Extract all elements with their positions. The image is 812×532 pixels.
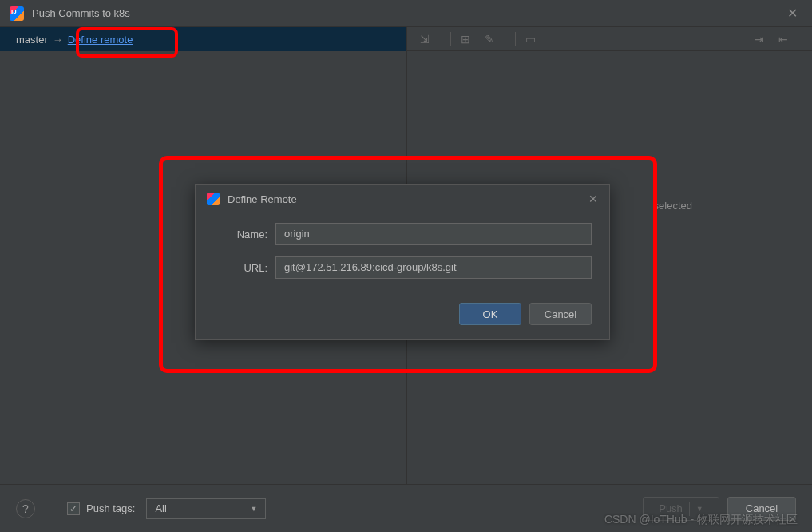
define-remote-link[interactable]: Define remote <box>68 34 133 46</box>
expand-icon[interactable]: ⇲ <box>418 33 431 46</box>
name-input[interactable]: origin <box>275 223 592 245</box>
intellij-icon <box>207 193 220 205</box>
push-tags-label: Push tags: <box>86 502 135 514</box>
group-icon[interactable]: ⊞ <box>459 33 472 46</box>
url-label: URL: <box>213 262 267 274</box>
dialog-body: Name: origin URL: git@172.51.216.89:cicd… <box>196 213 609 295</box>
name-row: Name: origin <box>213 223 592 245</box>
dialog-footer: OK Cancel <box>196 295 609 339</box>
push-button[interactable]: Push ▼ <box>643 497 719 521</box>
push-label: Push <box>659 502 683 514</box>
dialog-header: Define Remote ✕ <box>196 185 609 213</box>
close-icon[interactable]: ✕ <box>588 193 598 205</box>
close-icon[interactable]: ✕ <box>782 6 802 21</box>
bottom-bar: ? ✓ Push tags: All ▼ Push ▼ Cancel <box>0 484 812 532</box>
cancel-button[interactable]: Cancel <box>529 303 592 325</box>
collapse-all-icon[interactable]: ⇥ <box>753 33 766 46</box>
dialog-title: Define Remote <box>228 193 588 205</box>
chevron-down-icon: ▼ <box>251 505 258 513</box>
branch-row[interactable]: master → Define remote <box>0 27 406 51</box>
dropdown-value: All <box>155 502 166 514</box>
diff-toolbar: ⇲ ⊞ ✎ ▭ ⇥ ⇤ <box>407 27 812 51</box>
help-button[interactable]: ? <box>16 499 35 518</box>
separator <box>450 32 451 46</box>
push-tags-checkbox[interactable]: ✓ <box>67 502 80 515</box>
url-row: URL: git@172.51.216.89:cicd-group/k8s.gi… <box>213 256 592 279</box>
title-bar: Push Commits to k8s ✕ <box>0 0 812 27</box>
selection-placeholder: selected <box>654 200 692 212</box>
preview-icon[interactable]: ▭ <box>524 33 537 46</box>
window-title: Push Commits to k8s <box>32 7 782 19</box>
separator <box>689 502 690 516</box>
intellij-icon <box>10 6 24 21</box>
push-tags-dropdown[interactable]: All ▼ <box>146 498 266 519</box>
cancel-button[interactable]: Cancel <box>727 497 796 521</box>
expand-all-icon[interactable]: ⇤ <box>777 33 790 46</box>
push-tags-checkbox-wrap[interactable]: ✓ Push tags: <box>67 502 135 515</box>
define-remote-dialog: Define Remote ✕ Name: origin URL: git@17… <box>195 184 610 340</box>
ok-button[interactable]: OK <box>459 303 521 325</box>
edit-icon[interactable]: ✎ <box>483 33 496 46</box>
branch-name: master <box>16 34 48 46</box>
name-label: Name: <box>213 228 267 240</box>
arrow-icon: → <box>53 34 63 46</box>
url-input[interactable]: git@172.51.216.89:cicd-group/k8s.git <box>275 256 592 279</box>
chevron-down-icon: ▼ <box>696 505 703 513</box>
separator <box>515 32 516 46</box>
